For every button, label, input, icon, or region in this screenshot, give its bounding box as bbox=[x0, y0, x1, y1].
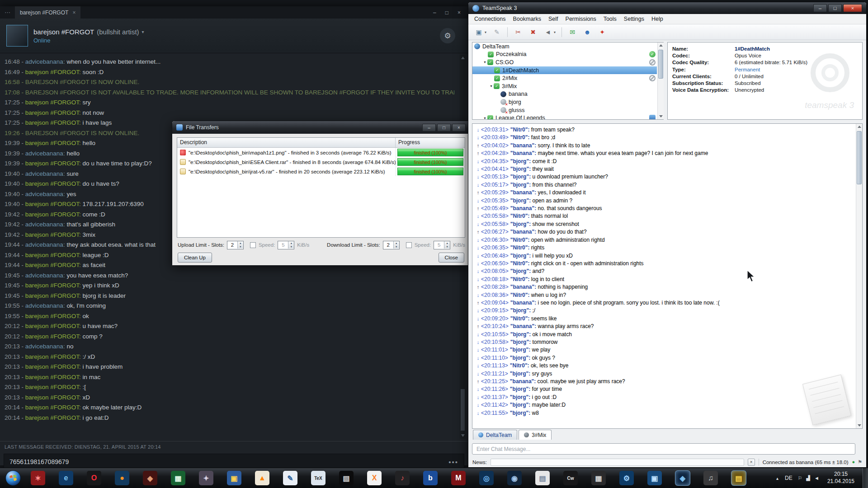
tab-close-icon[interactable]: × bbox=[72, 9, 75, 16]
overwolf-icon[interactable]: ✦ bbox=[596, 26, 609, 38]
message-nick[interactable]: banana bbox=[510, 229, 538, 235]
chevron-down-icon[interactable]: ▾ bbox=[485, 30, 486, 34]
message-nick[interactable]: banana bbox=[510, 300, 538, 306]
message-nick[interactable]: bjorg bbox=[510, 166, 533, 172]
message-nick[interactable]: banana bbox=[510, 284, 538, 290]
terminal-app-icon[interactable]: ▧ bbox=[339, 471, 354, 485]
message-nick[interactable]: Nitr0 bbox=[510, 315, 531, 322]
scroll-up-icon[interactable] bbox=[858, 126, 861, 128]
upload-slots-stepper[interactable]: 2 ▴▾ bbox=[227, 241, 244, 249]
blue-b-app-icon[interactable]: b bbox=[423, 471, 438, 485]
maximize-icon[interactable]: □ bbox=[445, 9, 448, 16]
message-nick[interactable]: bjorg bbox=[510, 386, 532, 392]
connection-quality-icon[interactable]: ● bbox=[852, 459, 855, 465]
network-icon[interactable]: ▟ bbox=[807, 475, 810, 481]
message-nick[interactable]: Nitr0 bbox=[510, 276, 531, 282]
bookmarks-edit-icon[interactable]: ✎ bbox=[491, 26, 503, 38]
steam-message-input[interactable] bbox=[9, 458, 448, 465]
clean-up-button[interactable]: Clean Up bbox=[178, 253, 212, 263]
steam-chat-tab[interactable]: barejson #FORGOT × bbox=[15, 6, 80, 19]
blue-ring-app-icon[interactable]: ◎ bbox=[479, 471, 494, 485]
spreadsheet-app-icon[interactable]: ▦ bbox=[171, 471, 185, 485]
spin-down-icon[interactable]: ▾ bbox=[396, 245, 397, 249]
message-nick[interactable]: Nitr0 bbox=[510, 127, 531, 133]
notes-app-icon[interactable]: ▤ bbox=[535, 471, 550, 485]
close-icon[interactable]: × bbox=[458, 9, 461, 16]
avatar[interactable] bbox=[6, 25, 28, 47]
chat-icon[interactable]: ✉ bbox=[566, 26, 579, 38]
transfer-row[interactable]: "e:\Desktop\doc\phish_bin\mapah1z1.png" … bbox=[177, 148, 465, 157]
scroll-down-icon[interactable] bbox=[461, 434, 465, 437]
menu-item[interactable]: Tools bbox=[600, 14, 620, 23]
text-editor-icon[interactable]: ✎ bbox=[283, 471, 297, 485]
tree-item[interactable]: ▾ League Of Legends bbox=[472, 114, 657, 120]
maximize-icon[interactable]: □ bbox=[437, 124, 451, 131]
scroll-up-icon[interactable] bbox=[659, 44, 663, 47]
away-icon[interactable]: ✂ bbox=[512, 26, 524, 38]
message-nick[interactable]: banana bbox=[510, 150, 538, 156]
firefox-icon[interactable]: ● bbox=[115, 471, 129, 485]
internet-explorer-icon[interactable]: e bbox=[59, 471, 73, 485]
tree-item[interactable]: ▾ 3#Mix bbox=[472, 82, 657, 90]
cw-app-icon[interactable]: Cw bbox=[563, 471, 578, 485]
file-transfers-titlebar[interactable]: File Transfers – □ × bbox=[172, 121, 470, 134]
tree-item[interactable]: Poczekalnia bbox=[472, 51, 657, 59]
maroon-disc-app-icon[interactable]: ◆ bbox=[143, 471, 157, 485]
tree-item[interactable]: 2#Mix bbox=[472, 74, 657, 82]
scrollbar-thumb[interactable] bbox=[658, 50, 663, 79]
hidden-icons-expand-icon[interactable]: ▴ bbox=[775, 476, 779, 481]
message-nick[interactable]: Nitr0 bbox=[510, 237, 531, 243]
message-nick[interactable]: bjorg bbox=[510, 221, 533, 227]
message-nick[interactable]: bjorg bbox=[510, 174, 533, 180]
spin-up-icon[interactable]: ▴ bbox=[240, 241, 241, 245]
minimize-icon[interactable]: – bbox=[813, 4, 827, 12]
menu-item[interactable]: Permissions bbox=[562, 14, 600, 23]
message-nick[interactable]: bjorg bbox=[510, 347, 532, 353]
message-nick[interactable]: bjorg bbox=[510, 339, 533, 345]
scrollbar-thumb[interactable] bbox=[461, 389, 465, 431]
message-nick[interactable]: Nitr0 bbox=[510, 213, 531, 219]
spin-up-icon[interactable]: ▴ bbox=[447, 241, 448, 245]
connect-icon[interactable]: ▣ ▾ bbox=[472, 26, 488, 38]
chevron-down-icon[interactable]: ▾ bbox=[142, 29, 144, 34]
ts-chat-input[interactable] bbox=[472, 443, 855, 455]
column-description[interactable]: Description bbox=[177, 138, 396, 147]
audio-app-icon[interactable]: ♫ bbox=[703, 471, 718, 485]
expand-arrow-icon[interactable]: ▾ bbox=[489, 84, 494, 88]
action-center-icon[interactable]: ⚐ bbox=[798, 475, 802, 481]
menu-item[interactable]: Connections bbox=[471, 14, 509, 23]
mute-speakers-icon[interactable]: ◄ ▾ bbox=[542, 26, 557, 38]
message-nick[interactable]: Nitr0 bbox=[510, 134, 531, 141]
minimize-icon[interactable]: – bbox=[433, 9, 436, 16]
language-indicator[interactable]: DE bbox=[783, 475, 794, 481]
media-player-icon[interactable]: ♪ bbox=[395, 471, 410, 485]
scrollbar-thumb[interactable] bbox=[857, 131, 862, 184]
tray-clock[interactable]: 20:15 21.04.2015 bbox=[823, 471, 859, 485]
message-nick[interactable]: bjorg bbox=[510, 182, 533, 188]
download-speed-checkbox[interactable] bbox=[406, 242, 412, 248]
chevron-down-icon[interactable]: ▾ bbox=[554, 30, 556, 34]
steam-icon[interactable]: ◉ bbox=[507, 471, 522, 485]
spin-down-icon[interactable]: ▾ bbox=[291, 245, 292, 249]
close-icon[interactable]: × bbox=[843, 4, 862, 12]
volume-icon[interactable]: ◄ bbox=[814, 475, 819, 481]
message-nick[interactable]: bjorg bbox=[510, 158, 533, 164]
tab-3mix[interactable]: 3#Mix bbox=[519, 430, 552, 440]
tex-app-icon[interactable]: TeX bbox=[311, 471, 326, 485]
close-button[interactable]: Close bbox=[439, 253, 464, 263]
message-nick[interactable]: bjorg bbox=[510, 355, 532, 361]
tree-item[interactable]: DeltaTeam bbox=[472, 42, 657, 51]
tree-item[interactable]: ▾ CS:GO bbox=[472, 58, 657, 66]
opera-icon[interactable]: O bbox=[87, 471, 101, 485]
notifications-icon[interactable]: ⚑ bbox=[858, 459, 862, 465]
message-nick[interactable]: banana bbox=[510, 142, 538, 149]
scroll-down-icon[interactable] bbox=[858, 424, 861, 427]
message-nick[interactable]: banana bbox=[510, 189, 538, 196]
message-nick[interactable]: Nitr0 bbox=[510, 260, 531, 267]
message-nick[interactable]: bjorg bbox=[510, 268, 533, 274]
gear-icon[interactable]: ⚙ bbox=[440, 28, 455, 43]
toolbar-separator[interactable] bbox=[561, 27, 562, 37]
spin-down-icon[interactable]: ▾ bbox=[447, 245, 448, 249]
steam-friends-menu-icon[interactable]: ⋯ bbox=[0, 9, 15, 16]
file-explorer-icon[interactable]: ▣ bbox=[647, 471, 662, 485]
